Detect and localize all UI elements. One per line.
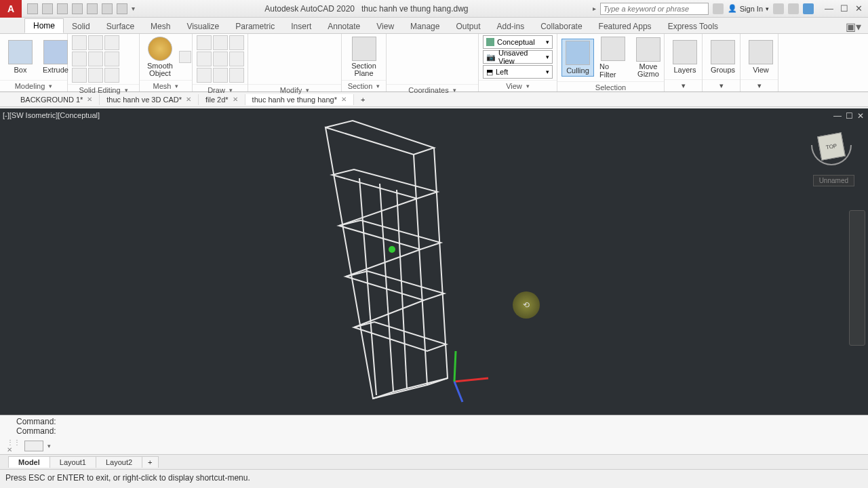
qat-save-icon[interactable] xyxy=(57,3,68,14)
modify-icon[interactable] xyxy=(252,52,267,66)
view-panel-button[interactable]: View xyxy=(745,39,777,75)
coord-icon[interactable] xyxy=(456,68,471,83)
draw-icon[interactable] xyxy=(197,52,212,66)
add-layout-button[interactable]: + xyxy=(142,456,158,468)
draw-icon[interactable] xyxy=(229,52,244,66)
close-tab-icon[interactable]: ✕ xyxy=(87,96,92,103)
panel-coordinates-title[interactable]: Coordinates xyxy=(387,84,478,96)
cmd-handle-icon[interactable]: ⋮⋮✕ xyxy=(7,439,20,453)
panel-section-title[interactable]: Section xyxy=(342,80,386,92)
se-icon[interactable] xyxy=(104,35,119,50)
extrude-button[interactable]: Extrude xyxy=(39,39,72,75)
draw-icon[interactable] xyxy=(197,68,212,83)
viewport[interactable]: [-][SW Isometric][Conceptual] — ☐ ✕ TOP … xyxy=(0,108,868,415)
draw-icon[interactable] xyxy=(229,35,244,50)
se-icon[interactable] xyxy=(88,52,103,66)
visual-style-dropdown[interactable]: Conceptual▾ xyxy=(483,35,553,49)
qat-saveas-icon[interactable] xyxy=(72,3,83,14)
modify-icon[interactable] xyxy=(301,35,316,50)
groups-button[interactable]: Groups xyxy=(707,39,739,75)
modify-icon[interactable] xyxy=(269,35,283,50)
file-tab[interactable]: file 2d*✕ xyxy=(199,94,245,105)
navigation-bar[interactable] xyxy=(849,210,865,346)
modify-icon[interactable] xyxy=(285,52,300,66)
tab-insert[interactable]: Insert xyxy=(283,20,319,33)
se-icon[interactable] xyxy=(104,52,119,66)
ucs-dropdown[interactable]: ⬒Left▾ xyxy=(483,65,553,79)
coord-icon[interactable] xyxy=(391,52,406,66)
search-arrow-icon[interactable]: ▸ xyxy=(593,5,596,12)
close-tab-icon[interactable]: ✕ xyxy=(341,96,347,103)
qat-new-icon[interactable] xyxy=(27,3,38,14)
move-gizmo-button[interactable]: Move Gizmo xyxy=(632,36,665,79)
cmd-input-icon[interactable] xyxy=(24,441,43,451)
coord-icon[interactable] xyxy=(423,68,438,83)
coord-icon[interactable] xyxy=(407,35,422,50)
coord-icon[interactable] xyxy=(407,52,422,66)
modify-icon[interactable] xyxy=(285,68,300,83)
coord-icon[interactable] xyxy=(439,35,454,50)
app-store-icon[interactable] xyxy=(773,3,784,14)
tab-solid[interactable]: Solid xyxy=(64,20,98,33)
close-tab-icon[interactable]: ✕ xyxy=(233,96,238,103)
no-filter-button[interactable]: No Filter xyxy=(597,35,629,80)
new-tab-button[interactable]: + xyxy=(354,94,372,105)
qat-undo-icon[interactable] xyxy=(102,3,113,14)
draw-icon[interactable] xyxy=(197,35,212,50)
coord-icon[interactable] xyxy=(456,52,471,66)
vp-minimize-icon[interactable]: — xyxy=(833,111,842,121)
coord-icon[interactable] xyxy=(439,52,454,66)
tab-visualize[interactable]: Visualize xyxy=(178,20,227,33)
tab-surface[interactable]: Surface xyxy=(98,20,142,33)
modify-icon[interactable] xyxy=(317,68,332,83)
modify-icon[interactable] xyxy=(252,35,267,50)
panel-view-expand[interactable]: ▾ xyxy=(741,79,778,92)
minimize-button[interactable]: — xyxy=(825,3,833,14)
se-icon[interactable] xyxy=(104,68,119,83)
app-logo[interactable]: A xyxy=(0,0,22,18)
tab-manage[interactable]: Manage xyxy=(402,20,448,33)
se-icon[interactable] xyxy=(88,68,103,83)
coord-icon[interactable] xyxy=(423,35,438,50)
layout2-tab[interactable]: Layout2 xyxy=(96,456,142,468)
file-tab[interactable]: thuc hanh ve 3D CAD*✕ xyxy=(100,94,199,105)
qat-plot-icon[interactable] xyxy=(87,3,98,14)
modify-icon[interactable] xyxy=(269,52,283,66)
panel-mesh-title[interactable]: Mesh xyxy=(140,80,192,92)
modify-icon[interactable] xyxy=(317,35,332,50)
ribbon-minimize-icon[interactable]: ▣▾ xyxy=(839,20,868,33)
tab-express[interactable]: Express Tools xyxy=(660,20,726,33)
panel-view-title[interactable]: View xyxy=(479,80,557,92)
se-icon[interactable] xyxy=(72,52,87,66)
coord-icon[interactable] xyxy=(439,68,454,83)
tab-addins[interactable]: Add-ins xyxy=(489,20,533,33)
autodesk-icon[interactable] xyxy=(788,3,799,14)
viewcube[interactable]: TOP xyxy=(811,129,852,169)
draw-icon[interactable] xyxy=(213,52,228,66)
modify-icon[interactable] xyxy=(301,68,316,83)
layers-button[interactable]: Layers xyxy=(669,39,701,75)
culling-button[interactable]: Culling xyxy=(561,39,594,77)
saved-view-dropdown[interactable]: 📷Unsaved View▾ xyxy=(483,50,553,64)
modify-icon[interactable] xyxy=(317,52,332,66)
mesh-icon[interactable] xyxy=(179,51,191,63)
qat-open-icon[interactable] xyxy=(42,3,53,14)
infocenter-icon[interactable] xyxy=(713,3,724,14)
modify-icon[interactable] xyxy=(252,68,267,83)
panel-groups-expand[interactable]: ▾ xyxy=(703,79,740,92)
viewport-label[interactable]: [-][SW Isometric][Conceptual] xyxy=(3,111,100,119)
tab-parametric[interactable]: Parametric xyxy=(227,20,283,33)
box-button[interactable]: Box xyxy=(4,39,37,75)
tab-annotate[interactable]: Annotate xyxy=(319,20,368,33)
close-tab-icon[interactable]: ✕ xyxy=(186,96,191,103)
ucs-name-label[interactable]: Unnamed xyxy=(813,175,854,186)
coord-icon[interactable] xyxy=(407,68,422,83)
tab-home[interactable]: Home xyxy=(24,18,64,33)
close-button[interactable]: ✕ xyxy=(855,3,863,14)
signin-button[interactable]: 👤 Sign In▾ xyxy=(728,4,769,13)
modify-icon[interactable] xyxy=(285,35,300,50)
coord-icon[interactable] xyxy=(423,52,438,66)
coord-icon[interactable] xyxy=(391,35,406,50)
file-tab[interactable]: thuc hanh ve thung hang*✕ xyxy=(245,94,354,105)
tab-featured[interactable]: Featured Apps xyxy=(591,20,660,33)
